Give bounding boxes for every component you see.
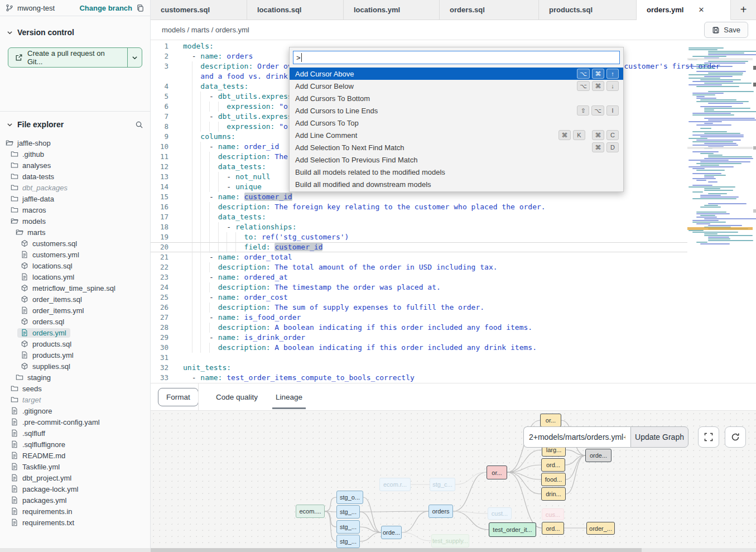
tree-item-analyses[interactable]: analyses — [0, 160, 150, 171]
copy-icon[interactable] — [136, 4, 145, 12]
tree-item-customers-yml[interactable]: customers.yml — [0, 249, 150, 260]
palette-item[interactable]: Build all models related to the modified… — [290, 166, 623, 178]
palette-item[interactable]: Add Cursors To Bottom — [290, 92, 623, 104]
refresh-button[interactable] — [725, 426, 746, 448]
code-line-18[interactable]: 18 - relationships: — [151, 222, 687, 232]
code-line-31[interactable]: 31 — [151, 353, 687, 363]
tree-item-order-items-yml[interactable]: order_items.yml — [0, 305, 150, 316]
format-button[interactable]: Format — [158, 388, 199, 406]
lineage-node[interactable]: drin... — [541, 487, 566, 501]
tab-locations-yml[interactable]: locations.yml — [344, 0, 440, 20]
tree-item-products-yml[interactable]: products.yml — [0, 349, 150, 361]
command-palette-input[interactable]: > — [293, 51, 620, 64]
tree-item--pre-commit-config-yaml[interactable]: .pre-commit-config.yaml — [0, 416, 150, 428]
lineage-node[interactable]: orders — [428, 505, 453, 518]
update-graph-button[interactable]: Update Graph — [630, 426, 688, 448]
lineage-node[interactable]: cust... — [488, 507, 512, 520]
tree-item-jaffle-data[interactable]: jaffle-data — [0, 193, 150, 204]
code-line-26[interactable]: 26 description: The sum of supply expens… — [151, 303, 687, 313]
lineage-node[interactable]: or... — [540, 414, 561, 427]
lineage-node[interactable]: test_order_it... — [489, 522, 536, 537]
tab-orders-yml[interactable]: orders.yml✕ — [637, 0, 731, 20]
lineage-node[interactable]: ord... — [542, 522, 564, 535]
tree-item-orders-yml[interactable]: orders.yml — [0, 327, 150, 338]
lineage-node[interactable]: cus... — [542, 508, 564, 520]
lineage-node[interactable]: order_... — [586, 522, 615, 535]
code-line-16[interactable]: 16 description: The foreign key relating… — [151, 202, 687, 212]
tree-item-metricflow-time-spine-sql[interactable]: metricflow_time_spine.sql — [0, 282, 150, 294]
lineage-node[interactable]: orde... — [585, 449, 611, 462]
change-branch-link[interactable]: Change branch — [79, 4, 132, 12]
tree-item--sqlfluff[interactable]: .sqlfluff — [0, 428, 150, 439]
file-explorer-header[interactable]: File explorer — [0, 116, 150, 133]
tree-item-dbt-project-yml[interactable]: dbt_project.yml — [0, 472, 150, 483]
tree-item--sqlfluffignore[interactable]: .sqlfluffignore — [0, 439, 150, 450]
new-tab-button[interactable]: + — [731, 0, 756, 20]
palette-item[interactable]: Add Line Comment⌘K⌘C — [290, 129, 623, 141]
horizontal-scrollbar[interactable] — [0, 548, 756, 552]
lineage-node[interactable]: stg_... — [336, 520, 360, 534]
tree-item-supplies-sql[interactable]: supplies.sql — [0, 361, 150, 372]
code-line-17[interactable]: 17 data_tests: — [151, 212, 687, 222]
lineage-node[interactable]: stg_o... — [336, 491, 363, 504]
lineage-node[interactable]: stg_c... — [430, 478, 455, 491]
panel-tab-code-quality[interactable]: Code quality — [216, 383, 258, 410]
code-line-25[interactable]: 25 - name: order_cost — [151, 292, 687, 303]
palette-item[interactable]: Add Cursors to Line Ends⇧⌥I — [290, 104, 623, 117]
tree-item-taskfile-yml[interactable]: Taskfile.yml — [0, 461, 150, 472]
tab-orders-sql[interactable]: orders.sql — [440, 0, 539, 20]
tree-item-customers-sql[interactable]: customers.sql — [0, 238, 150, 249]
code-line-21[interactable]: 21 - name: order_total — [151, 252, 687, 262]
code-line-29[interactable]: 29 - name: is_drink_order — [151, 333, 687, 343]
code-line-24[interactable]: 24 description: The timestamp the order … — [151, 282, 687, 292]
tree-item-packages-yml[interactable]: packages.yml — [0, 495, 150, 506]
palette-item[interactable]: Build all modified and downstream models — [290, 178, 623, 190]
code-line-20[interactable]: 20 field: customer_id — [151, 242, 687, 252]
version-control-header[interactable]: Version control — [0, 24, 150, 41]
tree-item-staging[interactable]: staging — [0, 372, 150, 383]
code-line-23[interactable]: 23 - name: ordered_at — [151, 272, 687, 282]
pr-dropdown-caret[interactable] — [128, 48, 142, 67]
close-tab-icon[interactable]: ✕ — [698, 6, 704, 14]
scrollbar-thumb[interactable] — [151, 548, 642, 552]
tree-item-products-sql[interactable]: products.sql — [0, 338, 150, 349]
code-line-22[interactable]: 22 description: The total amount of the … — [151, 262, 687, 272]
code-line-27[interactable]: 27 - name: is_food_order — [151, 313, 687, 323]
create-pr-button[interactable]: Create a pull request on Git... — [8, 47, 142, 68]
code-line-30[interactable]: 30 description: A boolean indicating if … — [151, 343, 687, 353]
tab-locations-sql[interactable]: locations.sql — [247, 0, 344, 20]
tree-item--github[interactable]: .github — [0, 148, 150, 160]
fullscreen-button[interactable] — [698, 426, 719, 448]
palette-item[interactable]: Add Cursor Above⌥⌘↑ — [290, 68, 623, 80]
palette-item[interactable]: Add Selection To Next Find Match⌘D — [290, 141, 623, 153]
tree-item-models[interactable]: models — [0, 215, 150, 227]
tree-item-macros[interactable]: macros — [0, 204, 150, 215]
lineage-node[interactable]: orde... — [381, 526, 402, 539]
palette-item[interactable]: Add Cursors To Top — [290, 117, 623, 129]
palette-item[interactable]: Add Selection To Previous Find Match — [290, 153, 623, 166]
lineage-node[interactable]: stg_... — [336, 535, 360, 548]
tree-item-order-items-sql[interactable]: order_items.sql — [0, 294, 150, 305]
tree-item-requirements-txt[interactable]: requirements.txt — [0, 517, 150, 528]
tree-item-package-lock-yml[interactable]: package-lock.yml — [0, 483, 150, 495]
palette-item[interactable]: Add Cursor Below⌥⌘↓ — [290, 80, 623, 92]
code-line-15[interactable]: 15 - name: customer_id — [151, 192, 687, 202]
tree-item-locations-sql[interactable]: locations.sql — [0, 260, 150, 271]
lineage-node[interactable]: food... — [541, 473, 566, 486]
lineage-node[interactable]: stg_... — [336, 505, 360, 519]
code-line-19[interactable]: 19 to: ref('stg_customers') — [151, 232, 687, 242]
tree-item-dbt-packages[interactable]: dbt_packages — [0, 182, 150, 193]
tree-item-jaffle-shop[interactable]: jaffle-shop — [0, 137, 150, 148]
lineage-search-input[interactable] — [523, 426, 630, 448]
code-line-33[interactable]: 33 - name: test_order_items_compute_to_b… — [151, 373, 687, 383]
tree-item-seeds[interactable]: seeds — [0, 383, 150, 394]
code-line-32[interactable]: 32unit_tests: — [151, 363, 687, 373]
lineage-node[interactable]: ecom.... — [296, 505, 325, 518]
tree-item-orders-sql[interactable]: orders.sql — [0, 316, 150, 327]
lineage-node[interactable]: ord... — [541, 458, 565, 472]
save-button[interactable]: Save — [704, 22, 748, 38]
tree-item-marts[interactable]: marts — [0, 227, 150, 238]
tree-item-target[interactable]: target — [0, 394, 150, 405]
tab-products-sql[interactable]: products.sql — [539, 0, 637, 20]
code-line-28[interactable]: 28 description: A boolean indicating if … — [151, 323, 687, 333]
